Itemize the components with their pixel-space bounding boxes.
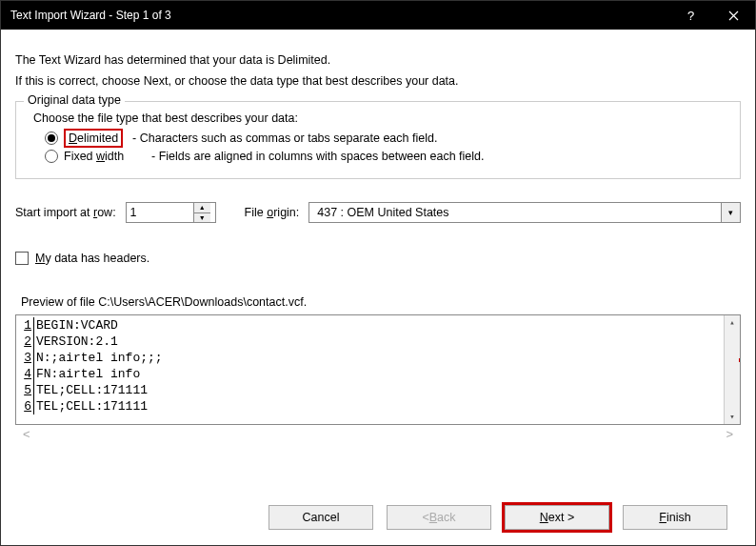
file-origin-combo[interactable]: 437 : OEM United States ▾ xyxy=(308,202,741,223)
start-row-label: Start import at row: xyxy=(15,206,116,219)
preview-line: 2VERSION:2.1 xyxy=(18,334,724,350)
preview-label: Preview of file C:\Users\ACER\Downloads\… xyxy=(21,295,741,309)
radio-delimited-caption: - Characters such as commas or tabs sepa… xyxy=(132,131,437,145)
annotation-highlight-delimited: Delimited xyxy=(64,129,123,148)
close-icon xyxy=(728,10,739,21)
finish-button[interactable]: Finish xyxy=(623,505,727,530)
start-row-spinner[interactable]: ▲ ▼ xyxy=(126,202,216,223)
scroll-right-icon: > xyxy=(726,427,733,444)
spinner-down-button[interactable]: ▼ xyxy=(194,212,210,223)
radio-icon xyxy=(45,131,58,145)
file-origin-value: 437 : OEM United States xyxy=(309,206,721,219)
preview-line: 1BEGIN:VCARD xyxy=(18,317,724,334)
close-button[interactable] xyxy=(712,1,755,30)
import-settings-row: Start import at row: ▲ ▼ File origin: 43… xyxy=(15,202,741,223)
window-title: Text Import Wizard - Step 1 of 3 xyxy=(10,9,669,22)
preview-line: 6TEL;CELL:171111 xyxy=(18,398,724,415)
scroll-down-icon: ▾ xyxy=(729,412,734,422)
file-origin-label: File origin: xyxy=(245,206,300,219)
preview-vertical-scrollbar[interactable]: ▴ ▾ xyxy=(724,315,740,424)
cancel-button[interactable]: Cancel xyxy=(269,505,373,530)
original-data-type-group: Original data type Choose the file type … xyxy=(15,101,741,179)
start-row-input[interactable] xyxy=(127,203,193,222)
group-legend: Original data type xyxy=(24,93,125,107)
checkbox-icon xyxy=(15,252,29,265)
scroll-up-icon: ▴ xyxy=(729,317,734,328)
back-button[interactable]: < Back xyxy=(387,505,491,530)
intro-text-2: If this is correct, choose Next, or choo… xyxy=(15,74,741,88)
headers-checkbox-row[interactable]: My data has headers. xyxy=(15,252,741,265)
preview-line: 3N:;airtel info;;; xyxy=(18,350,724,366)
group-description: Choose the file type that best describes… xyxy=(33,111,730,125)
preview-line: 4FN:airtel info xyxy=(18,366,724,382)
radio-delimited[interactable]: Delimited - Characters such as commas or… xyxy=(45,131,730,146)
preview-lines: 1BEGIN:VCARD 2VERSION:2.1 3N:;airtel inf… xyxy=(16,315,724,424)
intro-text-1: The Text Wizard has determined that your… xyxy=(15,53,741,67)
help-button[interactable]: ? xyxy=(669,1,712,30)
dropdown-button[interactable]: ▾ xyxy=(721,203,740,222)
preview-box: 1BEGIN:VCARD 2VERSION:2.1 3N:;airtel inf… xyxy=(15,314,741,425)
headers-checkbox-label: My data has headers. xyxy=(35,252,149,265)
scroll-left-icon: < xyxy=(23,427,30,444)
titlebar: Text Import Wizard - Step 1 of 3 ? xyxy=(1,1,755,30)
preview-line: 5TEL;CELL:171111 xyxy=(18,382,724,398)
next-button[interactable]: Next > xyxy=(505,505,609,530)
radio-fixed-width[interactable]: Fixed width - Fields are aligned in colu… xyxy=(45,150,730,163)
annotation-marker-icon xyxy=(739,358,740,362)
spinner-buttons: ▲ ▼ xyxy=(193,203,210,222)
preview-horizontal-scrollbar[interactable]: < > xyxy=(15,425,741,444)
button-bar: Cancel < Back Next > Finish xyxy=(15,490,741,545)
chevron-down-icon: ▾ xyxy=(728,208,733,217)
radio-fixed-width-caption: - Fields are aligned in columns with spa… xyxy=(151,150,485,163)
dialog-content: The Text Wizard has determined that your… xyxy=(1,30,755,545)
radio-delimited-label: Delimited xyxy=(69,131,118,145)
spinner-up-button[interactable]: ▲ xyxy=(194,203,210,212)
radio-icon xyxy=(45,150,58,163)
radio-fixed-width-label: Fixed width xyxy=(64,150,142,163)
text-import-wizard-window: Text Import Wizard - Step 1 of 3 ? The T… xyxy=(0,0,756,546)
